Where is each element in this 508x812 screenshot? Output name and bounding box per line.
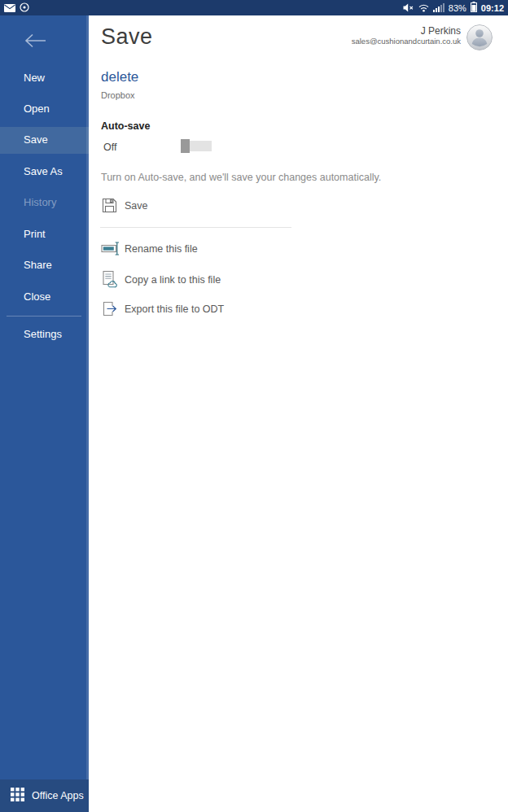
sidebar-item-settings[interactable]: Settings bbox=[24, 328, 62, 341]
battery-percent-label: 83% bbox=[449, 3, 466, 13]
wifi-icon bbox=[418, 1, 429, 15]
back-button[interactable] bbox=[23, 32, 47, 50]
back-arrow-icon bbox=[23, 38, 47, 52]
sidebar-item-print[interactable]: Print bbox=[24, 228, 46, 241]
mail-icon bbox=[4, 1, 15, 15]
save-button[interactable]: Save bbox=[101, 197, 148, 214]
sidebar-edge-divider bbox=[86, 15, 89, 779]
sidebar-item-save[interactable]: Save bbox=[24, 133, 48, 146]
sidebar-divider bbox=[7, 316, 81, 317]
save-button-label: Save bbox=[125, 200, 148, 212]
sidebar-item-save-as[interactable]: Save As bbox=[24, 165, 63, 178]
account-info: J Perkins sales@cushionandcurtain.co.uk bbox=[352, 25, 461, 46]
export-odt-button[interactable]: Export this file to ODT bbox=[101, 300, 224, 317]
sidebar-item-close[interactable]: Close bbox=[24, 290, 50, 303]
sidebar-item-history: History bbox=[24, 196, 56, 209]
toggle-thumb bbox=[181, 139, 190, 153]
status-bar: 83% 09:12 bbox=[0, 0, 508, 15]
sidebar-item-new[interactable]: New bbox=[24, 72, 45, 85]
file-name: delete bbox=[101, 69, 138, 85]
signal-icon bbox=[433, 1, 444, 15]
content-divider bbox=[100, 227, 291, 228]
apps-grid-icon bbox=[11, 788, 24, 805]
battery-icon bbox=[471, 1, 477, 15]
sidebar-item-share[interactable]: Share bbox=[24, 259, 52, 272]
export-document-icon bbox=[101, 300, 122, 317]
clock-time: 09:12 bbox=[481, 3, 504, 13]
autosave-heading: Auto-save bbox=[101, 120, 150, 132]
user-avatar[interactable] bbox=[466, 24, 493, 50]
sidebar-item-open[interactable]: Open bbox=[24, 103, 50, 116]
export-odt-label: Export this file to ODT bbox=[125, 303, 224, 315]
page-title: Save bbox=[101, 24, 153, 50]
person-avatar-icon bbox=[466, 39, 493, 50]
copy-link-label: Copy a link to this file bbox=[125, 274, 221, 286]
rename-file-button[interactable]: Rename this file bbox=[101, 240, 198, 257]
autosave-toggle[interactable] bbox=[181, 139, 212, 153]
mute-icon bbox=[403, 1, 414, 15]
autosave-description: Turn on Auto-save, and we'll save your c… bbox=[101, 172, 381, 183]
rename-file-label: Rename this file bbox=[125, 243, 198, 255]
user-name: J Perkins bbox=[352, 25, 461, 37]
document-cloud-icon bbox=[101, 270, 122, 289]
office-apps-button[interactable]: Office Apps bbox=[0, 779, 89, 812]
floppy-save-icon bbox=[101, 197, 122, 214]
rename-field-icon bbox=[101, 240, 122, 257]
file-location: Dropbox bbox=[101, 90, 135, 100]
office-apps-label: Office Apps bbox=[32, 790, 84, 801]
copy-link-button[interactable]: Copy a link to this file bbox=[101, 270, 221, 289]
status-circle-icon bbox=[20, 1, 29, 15]
user-email: sales@cushionandcurtain.co.uk bbox=[352, 37, 461, 46]
backstage-sidebar: New Open Save Save As History Print Shar… bbox=[0, 15, 89, 812]
autosave-state-label: Off bbox=[103, 142, 116, 153]
